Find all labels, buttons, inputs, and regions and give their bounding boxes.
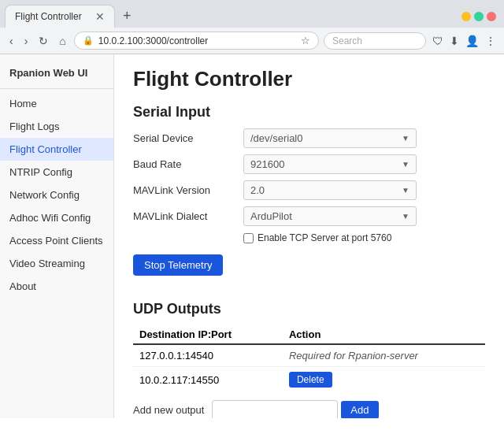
extensions-icon[interactable]: 🛡 <box>431 33 445 49</box>
close-button[interactable] <box>487 12 496 21</box>
mavlink-version-row: MAVLink Version 2.0 ▼ <box>133 180 485 200</box>
sidebar-item-flight-controller[interactable]: Flight Controller <box>0 138 113 161</box>
sidebar: Rpanion Web UI Home Flight Logs Flight C… <box>0 54 114 418</box>
download-icon[interactable]: ⬇ <box>448 33 461 49</box>
chevron-down-icon: ▼ <box>402 134 410 143</box>
sidebar-item-flight-logs[interactable]: Flight Logs <box>0 115 113 138</box>
chevron-down-icon: ▼ <box>402 186 410 195</box>
required-text: Required for Rpanion-server <box>289 350 418 362</box>
table-row: 127.0.0.1:14540 Required for Rpanion-ser… <box>133 344 485 367</box>
mavlink-version-select[interactable]: 2.0 ▼ <box>243 180 417 200</box>
tcp-server-checkbox[interactable] <box>243 233 254 243</box>
col-action: Action <box>283 325 485 344</box>
page-title: Flight Controller <box>133 67 485 91</box>
tab-bar: Flight Controller ✕ + <box>0 0 504 28</box>
udp-outputs-title: UDP Outputs <box>133 301 485 317</box>
baud-rate-label: Baud Rate <box>133 158 243 170</box>
app-layout: Rpanion Web UI Home Flight Logs Flight C… <box>0 54 504 418</box>
sidebar-item-ntrip-config[interactable]: NTRIP Config <box>0 161 113 184</box>
sidebar-brand: Rpanion Web UI <box>0 61 113 89</box>
serial-device-select[interactable]: /dev/serial0 ▼ <box>243 128 417 148</box>
chevron-down-icon: ▼ <box>402 160 410 169</box>
tcp-checkbox-row: Enable TCP Server at port 5760 <box>243 232 485 243</box>
baud-rate-select[interactable]: 921600 ▼ <box>243 154 417 174</box>
browser-chrome: Flight Controller ✕ + ‹ › ↻ ⌂ 🔒 10.0.2.1… <box>0 0 504 54</box>
destination-cell: 127.0.0.1:14540 <box>133 344 283 367</box>
serial-device-label: Serial Device <box>133 132 243 144</box>
window-controls <box>461 12 499 21</box>
mavlink-dialect-label: MAVLink Dialect <box>133 210 243 222</box>
action-cell: Delete <box>283 367 485 393</box>
tcp-checkbox-label: Enable TCP Server at port 5760 <box>258 232 391 243</box>
main-content: Flight Controller Serial Input Serial De… <box>114 54 504 418</box>
serial-input-title: Serial Input <box>133 104 485 121</box>
action-cell: Required for Rpanion-server <box>283 344 485 367</box>
delete-button[interactable]: Delete <box>289 372 332 388</box>
forward-button[interactable]: › <box>21 33 32 49</box>
chevron-down-icon: ▼ <box>402 212 410 221</box>
mavlink-dialect-select[interactable]: ArduPilot ▼ <box>243 206 417 226</box>
sidebar-item-home[interactable]: Home <box>0 92 113 115</box>
address-bar: ‹ › ↻ ⌂ 🔒 10.0.2.100:3000/controller ☆ S… <box>0 28 504 54</box>
bookmark-icon[interactable]: ☆ <box>301 35 310 46</box>
sidebar-item-adhoc-wifi[interactable]: Adhoc Wifi Config <box>0 206 113 229</box>
add-output-button[interactable]: Add <box>341 401 378 418</box>
sidebar-item-access-point[interactable]: Access Point Clients <box>0 229 113 252</box>
add-output-row: Add new output Add <box>133 400 485 418</box>
udp-table: Destination IP:Port Action 127.0.0.1:145… <box>133 325 485 392</box>
add-output-input[interactable] <box>212 400 338 418</box>
minimize-button[interactable] <box>461 12 471 21</box>
refresh-button[interactable]: ↻ <box>35 33 51 49</box>
new-tab-button[interactable]: + <box>118 6 136 26</box>
mavlink-version-label: MAVLink Version <box>133 184 243 196</box>
sidebar-item-about[interactable]: About <box>0 275 113 298</box>
profile-icon[interactable]: 👤 <box>464 33 480 49</box>
destination-cell: 10.0.2.117:14550 <box>133 367 283 393</box>
baud-rate-row: Baud Rate 921600 ▼ <box>133 154 485 174</box>
table-row: 10.0.2.117:14550 Delete <box>133 367 485 393</box>
serial-device-row: Serial Device /dev/serial0 ▼ <box>133 128 485 148</box>
tab-close-icon[interactable]: ✕ <box>95 10 105 23</box>
lock-icon: 🔒 <box>83 35 94 46</box>
menu-icon[interactable]: ⋮ <box>484 33 498 49</box>
stop-telemetry-button[interactable]: Stop Telemetry <box>133 254 223 276</box>
url-text: 10.0.2.100:3000/controller <box>98 35 296 46</box>
add-output-label: Add new output <box>133 404 204 416</box>
url-box[interactable]: 🔒 10.0.2.100:3000/controller ☆ <box>74 32 319 50</box>
maximize-button[interactable] <box>474 12 484 21</box>
tab-title: Flight Controller <box>15 11 89 22</box>
toolbar-icons: 🛡 ⬇ 👤 ⋮ <box>431 33 498 49</box>
col-destination: Destination IP:Port <box>133 325 283 344</box>
back-button[interactable]: ‹ <box>6 33 17 49</box>
mavlink-dialect-row: MAVLink Dialect ArduPilot ▼ <box>133 206 485 226</box>
home-button[interactable]: ⌂ <box>56 33 69 49</box>
search-input[interactable]: Search <box>324 32 426 50</box>
sidebar-item-video-streaming[interactable]: Video Streaming <box>0 252 113 275</box>
sidebar-item-network-config[interactable]: Network Config <box>0 184 113 206</box>
active-tab[interactable]: Flight Controller ✕ <box>5 5 115 28</box>
